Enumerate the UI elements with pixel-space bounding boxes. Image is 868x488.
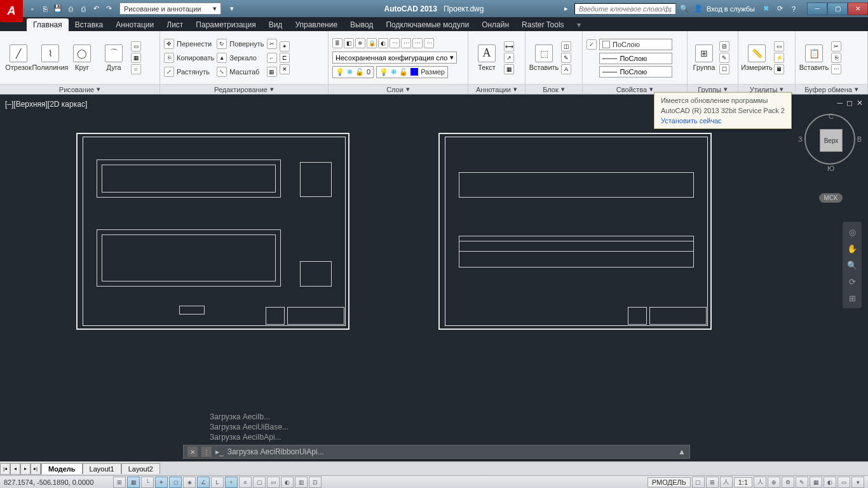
sb4-icon[interactable]: ⊕ [768, 477, 780, 488]
tab-output[interactable]: Вывод [344, 18, 379, 31]
scale-button[interactable]: ⤡Масштаб [217, 65, 264, 78]
snap-btn[interactable]: ⊞ [113, 477, 126, 488]
calc-icon[interactable]: 🖩 [774, 64, 784, 74]
group-button[interactable]: ⊞Группа [691, 33, 717, 83]
search-input[interactable] [574, 3, 676, 15]
layeriso-icon[interactable]: ◧ [344, 38, 354, 48]
pastespec-icon[interactable]: ⋯ [831, 64, 841, 74]
orbit-icon[interactable]: ⟳ [846, 275, 858, 288]
cmd-expand-icon[interactable]: ▲ [678, 447, 686, 456]
create-block-icon[interactable]: ◫ [561, 41, 571, 51]
tb-btn[interactable]: ⊡ [309, 477, 322, 488]
tab-raster[interactable]: Raster Tools [515, 18, 570, 31]
groupsel-icon[interactable]: ☐ [719, 64, 729, 74]
leader-icon[interactable]: ↗ [504, 53, 514, 63]
move-button[interactable]: ✥Перенести [164, 37, 214, 50]
measure-button[interactable]: 📏Измерить [742, 33, 771, 83]
offset-icon[interactable]: ⊏ [280, 53, 290, 63]
line-button[interactable]: ╱Отрезок [4, 33, 33, 83]
sb1-icon[interactable]: ▢ [692, 477, 705, 488]
rotate-button[interactable]: ↻Повернуть [217, 37, 264, 50]
mirror-button[interactable]: ▲Зеркало [217, 51, 264, 64]
pan-icon[interactable]: ✋ [846, 242, 858, 255]
layerlock-icon[interactable]: 🔒 [367, 38, 377, 48]
grid-btn[interactable]: ▦ [127, 477, 140, 488]
tab-home[interactable]: Главная [27, 18, 69, 31]
panel-anno-title[interactable]: Аннотации ▾ [468, 84, 525, 94]
layerstate-combo[interactable]: Несохраненная конфигурация сло▾ [332, 51, 457, 64]
app-logo[interactable]: A [0, 0, 23, 22]
model-space-label[interactable]: РМОДЕЛЬ [648, 477, 691, 487]
showmo-icon[interactable]: ⊞ [846, 292, 858, 304]
tab-sheet[interactable]: Лист [160, 18, 189, 31]
circle-button[interactable]: ◯Круг [67, 33, 97, 83]
polar-btn[interactable]: ✶ [155, 477, 168, 488]
insert-button[interactable]: ⬚Вставить [529, 33, 559, 83]
qp-btn[interactable]: ▭ [267, 477, 280, 488]
layermore2-icon[interactable]: ⋯ [401, 38, 411, 48]
text-button[interactable]: AТекст [472, 33, 501, 83]
viewcube[interactable]: С Ю В З Верх [804, 114, 855, 165]
sb7-icon[interactable]: ▦ [810, 477, 822, 488]
stretch-button[interactable]: ⤢Растянуть [164, 65, 214, 78]
3dosnap-btn[interactable]: ◈ [183, 477, 196, 488]
sb3-icon[interactable]: 人 [754, 477, 766, 488]
dim-icon[interactable]: ⟷ [504, 41, 514, 51]
ucs-badge[interactable]: МСК [819, 193, 843, 203]
minimize-button[interactable]: ─ [807, 3, 827, 15]
sb8-icon[interactable]: ◐ [824, 477, 836, 488]
layeroff-icon[interactable]: ◐ [378, 38, 388, 48]
layermore1-icon[interactable]: ⋯ [390, 38, 400, 48]
vp-min-icon[interactable]: ─ [837, 98, 843, 107]
viewport-label[interactable]: [–][Верхняя][2D каркас] [5, 100, 87, 109]
am-btn[interactable]: ▥ [295, 477, 308, 488]
polyline-button[interactable]: ⌇Полилиния [36, 33, 65, 83]
annoscale-icon[interactable]: 人 [720, 477, 733, 488]
tab-arrow-icon[interactable]: ▾ [571, 18, 587, 31]
select-icon[interactable]: ▭ [774, 41, 784, 51]
edit-block-icon[interactable]: ✎ [561, 53, 571, 63]
color-combo[interactable]: ПоСлою [599, 39, 672, 50]
layerfrz-icon[interactable]: ❄ [355, 38, 365, 48]
rect-icon[interactable]: ▭ [131, 41, 141, 51]
qat-menu-icon[interactable]: ▾ [226, 3, 238, 15]
search-icon[interactable]: 🔍 [679, 3, 690, 15]
tab-layout1[interactable]: Layout1 [83, 463, 121, 474]
tab-online[interactable]: Онлайн [475, 18, 515, 31]
vp-max-icon[interactable]: ◻ [846, 98, 853, 107]
lineweight-combo[interactable]: ─── ПоСлою [599, 53, 672, 64]
ortho-btn[interactable]: └ [141, 477, 154, 488]
maximize-button[interactable]: ▢ [827, 3, 848, 15]
zoom-icon[interactable]: 🔍 [846, 259, 858, 271]
sb10-icon[interactable]: ▾ [851, 477, 864, 488]
command-line[interactable]: ✕ ⋮ ▸_ Загрузка AeciRibbonUiApi... ▲ [183, 445, 690, 459]
layerprops-icon[interactable]: ≣ [332, 38, 342, 48]
ellipse-icon[interactable]: ○ [131, 64, 141, 74]
panel-edit-title[interactable]: Редактирование ▾ [160, 84, 328, 94]
sb9-icon[interactable]: ▭ [837, 477, 850, 488]
layermore4-icon[interactable]: ⋯ [424, 38, 434, 48]
cmd-handle-icon[interactable]: ⋮ [201, 447, 212, 457]
osnap-btn[interactable]: ◻ [169, 477, 182, 488]
match-icon[interactable]: ✓ [587, 39, 597, 50]
exchange-icon[interactable]: ✖ [760, 3, 771, 15]
ungroup-icon[interactable]: ⊟ [719, 41, 729, 51]
sb6-icon[interactable]: ✎ [796, 477, 808, 488]
tab-model[interactable]: Модель [41, 463, 83, 474]
undo-icon[interactable]: ↶ [90, 3, 102, 15]
ducs-btn[interactable]: L [211, 477, 224, 488]
lay-prev-icon[interactable]: ◂ [10, 463, 20, 475]
panel-clip-title[interactable]: Буфер обмена ▾ [796, 84, 867, 94]
lay-first-icon[interactable]: |◂ [0, 463, 10, 475]
qselect-icon[interactable]: ⚡ [774, 53, 784, 63]
panel-block-title[interactable]: Блок ▾ [526, 84, 582, 94]
panel-draw-title[interactable]: Рисование ▾ [0, 84, 159, 94]
scale-label[interactable]: 1:1 [734, 477, 752, 487]
table-icon[interactable]: ▦ [504, 64, 514, 74]
signin-label[interactable]: Вход в службы [707, 5, 755, 13]
lay-last-icon[interactable]: ▸| [31, 463, 41, 475]
redo-icon[interactable]: ↷ [103, 3, 114, 15]
vp-close-icon[interactable]: ✕ [857, 98, 863, 107]
install-now-link[interactable]: Установить сейчас [661, 117, 722, 125]
signin-icon[interactable]: 👤 [693, 3, 704, 15]
